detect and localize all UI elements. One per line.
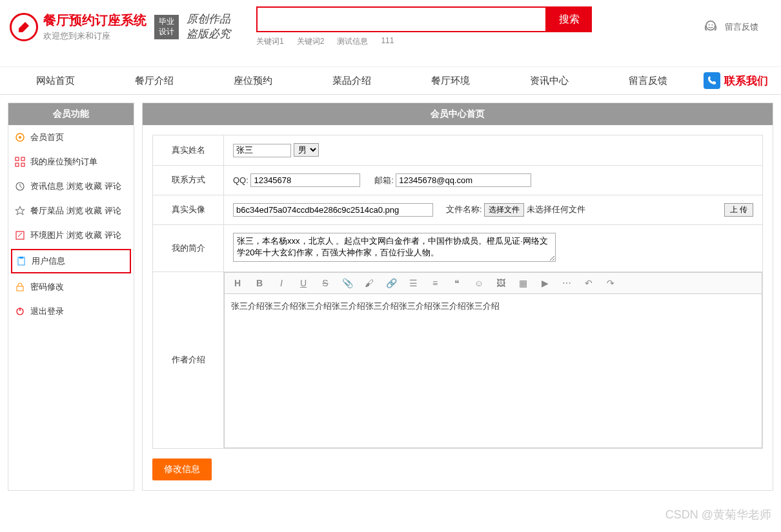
svg-point-2 bbox=[711, 24, 713, 25]
italic-icon[interactable]: I bbox=[276, 278, 287, 288]
svg-point-0 bbox=[706, 21, 715, 30]
sidebar: 会员功能 会员首页 我的座位预约订单 资讯信息 浏览 收藏 评论 餐厅菜品 浏览… bbox=[8, 103, 134, 491]
bold-icon[interactable]: B bbox=[254, 278, 265, 288]
more-icon[interactable]: ⋯ bbox=[562, 278, 572, 288]
sidebar-item-password[interactable]: 密码修改 bbox=[8, 275, 134, 299]
site-subtitle: 欢迎您到来和订座 bbox=[43, 30, 147, 42]
label-author: 作者介绍 bbox=[153, 271, 224, 448]
sidebar-item-orders[interactable]: 我的座位预约订单 bbox=[8, 150, 134, 174]
clock-icon bbox=[15, 181, 25, 192]
site-title: 餐厅预约订座系统 bbox=[43, 12, 147, 29]
nav-environment[interactable]: 餐厅环境 bbox=[401, 67, 500, 94]
sidebar-item-dishes[interactable]: 餐厅菜品 浏览 收藏 评论 bbox=[8, 199, 134, 223]
nav-home[interactable]: 网站首页 bbox=[6, 67, 105, 94]
svg-rect-12 bbox=[19, 257, 23, 259]
email-label: 邮箱: bbox=[374, 175, 396, 185]
main-nav: 网站首页 餐厅介绍 座位预约 菜品介绍 餐厅环境 资讯中心 留言反馈 联系我们 bbox=[0, 66, 781, 95]
nav-contact[interactable]: 联系我们 bbox=[697, 67, 775, 94]
star-icon bbox=[15, 206, 25, 216]
email-input[interactable] bbox=[396, 173, 531, 187]
search-button[interactable]: 搜索 bbox=[547, 6, 592, 32]
gender-select[interactable]: 男 bbox=[294, 143, 319, 157]
editor-toolbar: H B I U S 📎 🖌 🔗 ☰ ≡ ❝ ☺ 🖼 bbox=[224, 272, 762, 293]
nav-reservation[interactable]: 座位预约 bbox=[204, 67, 303, 94]
nav-news[interactable]: 资讯中心 bbox=[500, 67, 598, 94]
intro-textarea[interactable]: 张三，本名杨xxx，北京人 。起点中文网白金作者，中国作协成员。橙瓜见证·网络文… bbox=[233, 233, 556, 262]
video-icon[interactable]: ▶ bbox=[540, 278, 550, 288]
label-intro: 我的简介 bbox=[153, 224, 224, 271]
attach-icon[interactable]: 📎 bbox=[342, 278, 352, 288]
content-panel: 会员中心首页 真实姓名 男 联系方式 QQ: 邮箱: bbox=[142, 103, 773, 491]
no-file-text: 未选择任何文件 bbox=[527, 204, 585, 214]
sidebar-item-images[interactable]: 环境图片 浏览 收藏 评论 bbox=[8, 223, 134, 248]
svg-rect-13 bbox=[17, 286, 23, 291]
emoji-icon[interactable]: ☺ bbox=[474, 278, 484, 288]
svg-rect-10 bbox=[16, 232, 24, 239]
label-contact: 联系方式 bbox=[153, 165, 224, 195]
file-label: 文件名称: bbox=[446, 204, 482, 214]
logo[interactable]: 餐厅预约订座系统 欢迎您到来和订座 bbox=[10, 12, 147, 42]
logo-icon bbox=[10, 13, 38, 41]
realname-input[interactable] bbox=[233, 144, 291, 157]
submit-button[interactable]: 修改信息 bbox=[152, 458, 212, 480]
search-input[interactable] bbox=[256, 6, 547, 32]
heading-icon[interactable]: H bbox=[232, 278, 243, 288]
brush-icon[interactable]: 🖌 bbox=[364, 278, 374, 288]
headset-icon bbox=[702, 18, 720, 36]
link-icon[interactable]: 🔗 bbox=[386, 278, 396, 288]
svg-rect-6 bbox=[21, 157, 25, 161]
lock-icon bbox=[15, 282, 25, 292]
align-icon[interactable]: ≡ bbox=[430, 278, 440, 288]
clipboard-icon bbox=[16, 256, 26, 266]
label-realname: 真实姓名 bbox=[153, 135, 224, 166]
image-icon[interactable]: 🖼 bbox=[496, 278, 506, 288]
phone-icon bbox=[704, 72, 720, 89]
sidebar-item-home[interactable]: 会员首页 bbox=[8, 125, 134, 150]
table-icon[interactable]: ▦ bbox=[518, 278, 528, 288]
strike-icon[interactable]: S bbox=[320, 278, 330, 288]
author-editor[interactable]: 张三介绍张三介绍张三介绍张三介绍张三介绍张三介绍张三介绍张三介绍 bbox=[224, 293, 762, 448]
qq-input[interactable] bbox=[250, 173, 360, 187]
svg-rect-8 bbox=[21, 163, 25, 166]
choose-file-button[interactable]: 选择文件 bbox=[484, 203, 524, 217]
nav-menu[interactable]: 菜品介绍 bbox=[303, 67, 401, 94]
sidebar-item-logout[interactable]: 退出登录 bbox=[8, 299, 134, 324]
search-keywords: 关键词1 关键词2 测试信息 111 bbox=[256, 36, 592, 47]
svg-point-1 bbox=[709, 24, 710, 25]
quote-icon[interactable]: ❝ bbox=[452, 278, 462, 288]
home-icon bbox=[15, 132, 25, 143]
slogan: 原创作品 盗版必究 bbox=[187, 12, 230, 41]
power-icon bbox=[15, 306, 25, 317]
sidebar-item-news[interactable]: 资讯信息 浏览 收藏 评论 bbox=[8, 174, 134, 199]
badge: 毕业 设计 bbox=[154, 15, 179, 39]
qq-label: QQ: bbox=[233, 175, 250, 185]
upload-button[interactable]: 上 传 bbox=[724, 203, 753, 217]
label-avatar: 真实头像 bbox=[153, 195, 224, 224]
sidebar-item-profile[interactable]: 用户信息 bbox=[11, 249, 131, 273]
feedback-link[interactable]: 留言反馈 bbox=[702, 18, 758, 36]
redo-icon[interactable]: ↷ bbox=[605, 278, 616, 288]
edit-icon bbox=[15, 230, 25, 241]
avatar-path-input[interactable] bbox=[233, 203, 433, 217]
svg-rect-7 bbox=[15, 163, 19, 166]
nav-feedback[interactable]: 留言反馈 bbox=[598, 67, 697, 94]
grid-icon bbox=[15, 157, 25, 167]
list-icon[interactable]: ☰ bbox=[408, 278, 418, 288]
underline-icon[interactable]: U bbox=[298, 278, 309, 288]
sidebar-title: 会员功能 bbox=[8, 103, 134, 125]
undo-icon[interactable]: ↶ bbox=[583, 278, 594, 288]
svg-rect-5 bbox=[15, 157, 19, 161]
nav-restaurant[interactable]: 餐厅介绍 bbox=[105, 67, 204, 94]
svg-point-4 bbox=[19, 136, 21, 139]
content-title: 会员中心首页 bbox=[143, 103, 773, 125]
